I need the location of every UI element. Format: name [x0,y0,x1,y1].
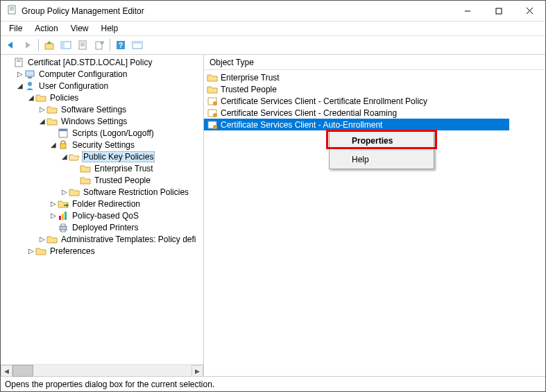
context-menu: Properties Help [329,131,434,169]
tree-label: Security Settings [71,140,136,150]
svg-rect-29 [59,216,61,220]
svg-rect-24 [28,77,32,78]
svg-point-36 [213,101,217,105]
tree-label: Scripts (Logon/Logoff) [71,128,155,138]
list-item-credential-roaming[interactable]: Certificate Services Client - Credential… [204,107,545,119]
expand-icon[interactable]: ▷ [49,200,58,207]
toolbar: ? [1,35,545,55]
tree-item-software-restriction[interactable]: ▷ Software Restriction Policies [1,186,203,198]
tree-label: User Configuration [37,81,110,91]
tree-label: Enterprise Trust [93,164,155,173]
folder-icon [35,92,46,103]
tree-item-scripts[interactable]: Scripts (Logon/Logoff) [1,127,203,139]
expand-icon[interactable]: ▷ [38,105,46,113]
svg-rect-8 [45,44,53,49]
forward-button[interactable] [20,37,35,53]
collapse-icon[interactable]: ◢ [27,94,35,101]
tree-item-software-settings[interactable]: ▷ Software Settings [1,103,203,115]
show-hide-tree-button[interactable] [58,37,74,53]
svg-rect-27 [59,129,67,131]
tree-label: Preferences [49,246,96,256]
close-button[interactable] [514,1,545,21]
tree-label: Public Key Policies [82,151,155,162]
list-item-label: Certificate Services Client - Certificat… [221,96,427,106]
filter-button[interactable] [130,37,145,53]
window-title: Group Policy Management Editor [22,6,452,16]
separator [38,39,39,51]
list-item-auto-enrollment[interactable]: Certificate Services Client - Auto-Enrol… [204,119,509,130]
tree-item-trusted-people[interactable]: Trusted People [1,174,203,186]
folder-open-icon [69,151,80,162]
folder-icon [80,175,91,186]
context-menu-properties[interactable]: Properties [331,133,432,148]
help-button[interactable]: ? [113,37,128,53]
svg-point-38 [213,113,217,117]
back-button[interactable] [3,37,19,53]
list-body[interactable]: Enterprise Trust Trusted People Certific… [204,70,545,376]
collapse-icon[interactable]: ◢ [38,117,46,125]
export-button[interactable] [92,37,107,53]
collapse-icon[interactable]: ◢ [16,82,24,90]
expand-icon[interactable]: ▷ [49,212,58,219]
tree-item-enterprise-trust[interactable]: Enterprise Trust [1,162,203,174]
menu-action[interactable]: Action [29,23,63,34]
svg-rect-30 [62,214,64,220]
scroll-thumb[interactable] [12,365,33,377]
svg-point-40 [213,125,217,129]
menubar: File Action View Help [1,22,545,35]
expand-icon[interactable]: ▷ [16,70,24,78]
svg-rect-21 [17,60,21,60]
window: Group Policy Management Editor File Acti… [0,0,546,392]
menu-help[interactable]: Help [96,23,124,34]
expand-icon[interactable]: ▷ [38,235,46,243]
horizontal-scrollbar[interactable]: ◀ ▶ [1,364,203,376]
tree-item-user-config[interactable]: ◢ User Configuration [1,80,203,92]
list-item-label: Trusted People [221,85,277,94]
up-button[interactable] [42,37,57,53]
tree-item-windows-settings[interactable]: ◢ Windows Settings [1,115,203,127]
list-item-label: Enterprise Trust [221,73,280,83]
tree-item-policies[interactable]: ◢ Policies [1,92,203,103]
tree-item-deployed-printers[interactable]: Deployed Printers [1,221,203,233]
collapse-icon[interactable]: ◢ [60,153,69,160]
minimize-button[interactable] [452,1,483,21]
context-menu-separator [350,150,432,151]
tree-label: Windows Settings [60,117,128,126]
maximize-button[interactable] [483,1,514,21]
properties-button[interactable] [75,37,90,53]
scroll-right-button[interactable]: ▶ [191,365,203,377]
tree-label: Software Settings [60,105,128,114]
expand-icon[interactable]: ▷ [60,188,69,196]
tree-item-preferences[interactable]: ▷ Preferences [1,245,203,257]
tree-label: Administrative Templates: Policy defi [60,235,198,244]
svg-rect-23 [26,71,34,76]
tree-item-admin-templates[interactable]: ▷ Administrative Templates: Policy defi [1,233,203,245]
tree-body[interactable]: Certificat [AD.STD.LOCAL] Policy ▷ Compu… [1,55,203,364]
tree-item-computer-config[interactable]: ▷ Computer Configuration [1,68,203,80]
scroll-left-button[interactable]: ◀ [1,365,12,377]
list-item-enterprise-trust[interactable]: Enterprise Trust [204,71,545,83]
scripts-icon [58,128,69,139]
collapse-icon[interactable]: ◢ [49,141,58,148]
svg-rect-5 [496,8,502,14]
tree-item-public-key-policies[interactable]: ◢ Public Key Policies [1,151,203,162]
folder-redirect-icon [58,198,69,210]
context-menu-help[interactable]: Help [331,152,432,167]
certificate-icon [207,119,218,130]
tree-item-root[interactable]: Certificat [AD.STD.LOCAL] Policy [1,56,203,68]
tree-label: Policies [49,93,80,103]
tree-label: Policy-based QoS [71,211,140,221]
list-item-cert-enrollment-policy[interactable]: Certificate Services Client - Certificat… [204,95,545,107]
tree-item-policy-qos[interactable]: ▷ Policy-based QoS [1,210,203,221]
tree-item-folder-redirection[interactable]: ▷ Folder Redirection [1,198,203,210]
menu-view[interactable]: View [65,23,94,34]
list-item-trusted-people[interactable]: Trusted People [204,83,545,95]
security-icon [58,139,69,151]
menu-file[interactable]: File [3,23,28,34]
column-header-object-type[interactable]: Object Type [204,55,545,70]
expand-icon[interactable]: ▷ [27,247,35,255]
tree-item-security-settings[interactable]: ◢ Security Settings [1,139,203,151]
status-text: Opens the properties dialog box for the … [5,380,214,389]
status-bar: Opens the properties dialog box for the … [1,376,545,391]
svg-rect-28 [60,144,66,148]
